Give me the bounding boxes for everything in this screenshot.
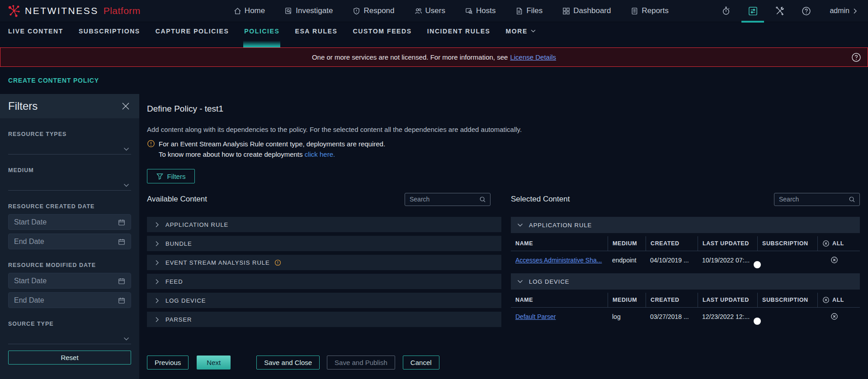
nav-label: Files xyxy=(526,6,542,15)
remove-icon[interactable] xyxy=(830,256,838,264)
col-medium: MEDIUM xyxy=(608,236,646,251)
brand-name: NETWITNESS xyxy=(25,5,99,16)
tab-esa-rules[interactable]: ESA RULES xyxy=(295,28,337,35)
col-name: NAME xyxy=(511,293,608,307)
remove-icon[interactable] xyxy=(830,313,838,320)
available-content-panel: Available Content APPLICATION RULE xyxy=(147,192,501,331)
netwitness-logo[interactable]: NETWITNESSPlatform xyxy=(7,4,141,18)
previous-button[interactable]: Previous xyxy=(147,356,189,370)
nav-item-investigate[interactable]: Investigate xyxy=(285,6,333,15)
table-header: NAME MEDIUM CREATED LAST UPDATED SUBSCRI… xyxy=(511,293,860,308)
chevron-right-icon xyxy=(155,279,159,285)
cell-medium: endpoint xyxy=(608,257,646,264)
selected-group-log-device: LOG DEVICE NAME MEDIUM CREATED LAST UPDA… xyxy=(511,273,860,325)
available-row-log-device[interactable]: LOG DEVICE xyxy=(147,293,501,308)
remove-all-icon[interactable] xyxy=(822,296,830,304)
remove-all-icon[interactable] xyxy=(822,240,830,247)
table-row: Default Parser log 03/27/2018 ... 12/23/… xyxy=(511,308,860,325)
resource-types-select[interactable] xyxy=(8,137,131,154)
created-start-date-field[interactable] xyxy=(8,214,131,230)
nav-item-respond[interactable]: Respond xyxy=(353,6,394,15)
license-details-link[interactable]: License Details xyxy=(510,53,556,61)
selected-search-input[interactable] xyxy=(779,196,849,203)
created-end-date-input[interactable] xyxy=(14,238,118,246)
netwitness-logo-icon xyxy=(7,4,21,18)
created-end-date-field[interactable] xyxy=(8,234,131,249)
cancel-button[interactable]: Cancel xyxy=(403,356,439,370)
filters-panel-body: RESOURCE TYPES MEDIUM RESOURCE CREATED D… xyxy=(0,118,139,379)
calendar-icon[interactable] xyxy=(118,297,125,304)
available-content-title: Available Content xyxy=(147,195,207,204)
search-icon[interactable] xyxy=(849,196,855,203)
col-remove-all: ALL xyxy=(817,236,860,251)
tab-live-content[interactable]: LIVE CONTENT xyxy=(8,28,63,35)
nav-item-users[interactable]: Users xyxy=(415,6,445,15)
chevron-right-icon xyxy=(155,298,159,304)
click-here-link[interactable]: click here. xyxy=(305,150,335,158)
timer-icon[interactable] xyxy=(721,6,731,16)
chevron-down-icon xyxy=(517,280,523,283)
admin-menu[interactable]: admin xyxy=(830,7,857,15)
nav-item-files[interactable]: Files xyxy=(515,6,542,15)
save-and-publish-button[interactable]: Save and Publish xyxy=(327,356,395,370)
resource-modified-date-label: RESOURCE MODIFIED DATE xyxy=(8,262,131,268)
tab-policies[interactable]: POLICIES xyxy=(244,28,279,35)
brand-suffix: Platform xyxy=(104,5,141,16)
source-type-select[interactable] xyxy=(8,327,131,344)
modified-start-date-input[interactable] xyxy=(14,277,118,285)
col-last-updated: LAST UPDATED xyxy=(698,236,757,251)
nav-item-home[interactable]: Home xyxy=(234,6,265,15)
selected-group-application-rule: APPLICATION RULE NAME MEDIUM CREATED LAS… xyxy=(511,217,860,269)
save-and-close-button[interactable]: Save and Close xyxy=(256,356,320,370)
nav-label: Reports xyxy=(642,6,669,15)
tab-more[interactable]: MORE xyxy=(506,28,536,35)
help-icon[interactable] xyxy=(851,52,861,64)
available-search-input[interactable] xyxy=(410,196,479,203)
chevron-right-icon xyxy=(853,8,857,14)
warning-icon xyxy=(147,140,155,148)
sub-nav: LIVE CONTENT SUBSCRIPTIONS CAPTURE POLIC… xyxy=(0,22,868,40)
group-header-application-rule[interactable]: APPLICATION RULE xyxy=(511,217,860,233)
available-row-feed[interactable]: FEED xyxy=(147,274,501,289)
modified-end-date-field[interactable] xyxy=(8,292,131,308)
col-subscription: SUBSCRIPTION xyxy=(757,236,817,251)
search-icon[interactable] xyxy=(479,196,486,203)
created-start-date-input[interactable] xyxy=(14,218,118,226)
calendar-icon[interactable] xyxy=(118,219,125,226)
available-row-application-rule[interactable]: APPLICATION RULE xyxy=(147,217,501,232)
medium-label: MEDIUM xyxy=(8,167,131,173)
tab-incident-rules[interactable]: INCIDENT RULES xyxy=(427,28,491,35)
calendar-icon[interactable] xyxy=(118,277,125,285)
close-icon[interactable] xyxy=(121,102,130,111)
table-header: NAME MEDIUM CREATED LAST UPDATED SUBSCRI… xyxy=(511,236,860,251)
reset-button[interactable]: Reset xyxy=(8,351,131,365)
tab-subscriptions[interactable]: SUBSCRIPTIONS xyxy=(79,28,140,35)
available-search[interactable] xyxy=(405,193,491,206)
next-button[interactable]: Next xyxy=(197,356,231,370)
modified-start-date-field[interactable] xyxy=(8,273,131,289)
chevron-right-icon xyxy=(155,260,159,266)
content-link[interactable]: Default Parser xyxy=(515,313,556,320)
medium-select[interactable] xyxy=(8,173,131,191)
content-panels: Available Content APPLICATION RULE xyxy=(147,192,860,331)
col-subscription: SUBSCRIPTION xyxy=(757,293,817,307)
tab-capture-policies[interactable]: CAPTURE POLICIES xyxy=(156,28,229,35)
help-icon[interactable] xyxy=(801,6,811,16)
content-link[interactable]: Accesses Administrative Sha... xyxy=(515,257,602,264)
admin-settings-icon[interactable] xyxy=(748,6,758,16)
col-name: NAME xyxy=(511,236,608,251)
nav-item-reports[interactable]: Reports xyxy=(631,6,669,15)
group-header-log-device[interactable]: LOG DEVICE xyxy=(511,273,860,290)
dashboard-icon xyxy=(562,7,570,15)
nav-item-dashboard[interactable]: Dashboard xyxy=(562,6,611,15)
modified-end-date-input[interactable] xyxy=(14,296,118,304)
nav-item-hosts[interactable]: Hosts xyxy=(465,6,495,15)
available-row-parser[interactable]: PARSER xyxy=(147,312,501,327)
available-row-event-stream-analysis-rule[interactable]: EVENT STREAM ANALYSIS RULE xyxy=(147,255,501,270)
selected-search[interactable] xyxy=(774,193,860,206)
filters-button[interactable]: Filters xyxy=(147,169,195,183)
available-row-bundle[interactable]: BUNDLE xyxy=(147,236,501,251)
tools-icon[interactable] xyxy=(774,6,784,16)
tab-custom-feeds[interactable]: CUSTOM FEEDS xyxy=(353,28,412,35)
calendar-icon[interactable] xyxy=(118,238,125,245)
